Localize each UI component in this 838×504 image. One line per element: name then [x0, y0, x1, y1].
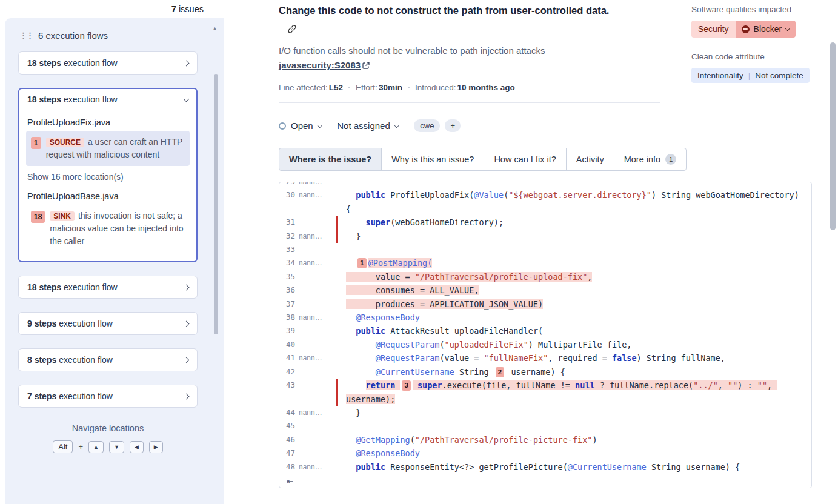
navigate-keys: Alt + ▲ ▼ ◀ ▶ [18, 440, 198, 453]
blame-author: nann… [299, 182, 333, 188]
line-number[interactable]: 32 [279, 230, 295, 243]
flow-card-1[interactable]: 18 steps execution flow [18, 51, 198, 75]
gutter-spacer [333, 188, 341, 216]
drag-handle-icon: ⋮⋮ [19, 31, 33, 40]
code-text: @ResponseBody [341, 446, 800, 460]
blame-author [299, 324, 333, 337]
tab-why-is-this-an-issue[interactable]: Why is this an issue? [381, 148, 484, 171]
flow-step-badge[interactable]: 3 [402, 380, 410, 391]
code-line-44: 44nann… } [279, 406, 811, 419]
line-number[interactable]: 30 [279, 188, 295, 216]
flow-card-3[interactable]: 18 steps execution flow [18, 276, 198, 299]
tag-cwe[interactable]: cwe [414, 119, 440, 132]
add-tag-button[interactable]: + [445, 119, 461, 132]
gutter-spacer [333, 338, 341, 351]
scroll-to-start-icon[interactable]: ⇤ [287, 477, 293, 486]
line-number[interactable]: 40 [279, 338, 295, 351]
issue-attributes-panel: Software qualities impacted Security Blo… [691, 5, 811, 83]
code-text [341, 182, 800, 188]
arrow-up-key[interactable]: ▲ [88, 441, 104, 453]
code-line-39: 39 public AttackResult uploadFileHandler… [279, 324, 811, 337]
arrow-left-key[interactable]: ◀ [130, 441, 144, 453]
code-line-40: 40 @RequestParam("uploadedFileFix") Mult… [279, 338, 811, 351]
flow-step-badge[interactable]: 2 [496, 367, 504, 377]
introduced: Introduced:10 months ago [415, 83, 515, 92]
external-link-icon [362, 59, 370, 73]
blame-author: nann… [299, 406, 333, 419]
code-text: @ResponseBody [341, 311, 800, 324]
line-number[interactable]: 41 [279, 351, 295, 365]
line-number[interactable]: 35 [279, 270, 295, 284]
dot-separator [408, 87, 410, 88]
line-number[interactable]: 47 [279, 446, 295, 460]
gutter-spacer [333, 324, 341, 337]
flow-card-4[interactable]: 9 steps execution flow [18, 312, 198, 335]
main-scrollbar-thumb[interactable] [830, 42, 836, 230]
gutter-spacer [333, 243, 341, 256]
gutter-spacer [333, 419, 341, 433]
severity-badge-blocker[interactable]: Blocker [736, 21, 796, 38]
tab-more-info[interactable]: More info1 [614, 148, 687, 171]
line-number[interactable]: 34 [279, 256, 295, 270]
code-line-41: 41nann… @RequestParam(value = "fullNameF… [279, 351, 811, 365]
code-text: @CurrentUsername String 2 username) { [341, 365, 800, 379]
line-number[interactable]: 48 [279, 460, 295, 474]
line-number[interactable]: 39 [279, 324, 295, 337]
blocker-icon [742, 25, 750, 33]
code-viewer: 29nann…30nann… public ProfileUploadFix(@… [279, 182, 812, 488]
arrow-down-key[interactable]: ▼ [109, 441, 124, 453]
alt-key[interactable]: Alt [53, 440, 73, 453]
tab-where-is-the-issue[interactable]: Where is the issue? [279, 148, 382, 171]
flow-card-2-header[interactable]: 18 steps execution flow [19, 89, 196, 110]
flow-card-6[interactable]: 7 steps execution flow [18, 385, 198, 408]
chevron-right-icon [184, 357, 190, 363]
show-more-locations-link[interactable]: Show 16 more location(s) [27, 172, 124, 182]
gutter-spacer [333, 433, 341, 446]
permalink-icon[interactable] [287, 24, 297, 36]
flow-card-5[interactable]: 8 steps execution flow [18, 348, 198, 371]
flow-step-badge[interactable]: 1 [357, 258, 366, 268]
code-line-38: 38nann… @ResponseBody [279, 311, 811, 324]
blame-author [299, 243, 333, 256]
assignee-dropdown[interactable]: Not assigned [337, 121, 398, 131]
dot-separator [348, 87, 350, 88]
line-number[interactable]: 29 [279, 182, 295, 188]
code-line-46: 46 @GetMapping("/PathTraversal/profile-p… [279, 433, 811, 446]
rule-link[interactable]: javasecurity:S2083 [279, 60, 370, 70]
code-text [341, 419, 800, 433]
code-text: return 3 super.execute(file, fullName !=… [341, 379, 800, 406]
status-row: Open Not assigned cwe + [279, 119, 838, 132]
attribute-label: Intentionality [697, 71, 743, 80]
line-number[interactable]: 42 [279, 365, 295, 379]
code-viewport: 29nann…30nann… public ProfileUploadFix(@… [279, 182, 811, 474]
line-number[interactable]: 33 [279, 243, 295, 256]
line-number[interactable]: 37 [279, 297, 295, 311]
chevron-right-icon [184, 320, 190, 327]
line-number[interactable]: 44 [279, 406, 295, 419]
tab-activity[interactable]: Activity [566, 148, 614, 171]
scroll-up-arrow-icon[interactable]: ▲ [212, 25, 218, 31]
flow-card-2-expanded: 18 steps execution flow ProfileUploadFix… [18, 88, 198, 262]
location-index-badge: 1 [31, 137, 41, 149]
location-index-badge: 18 [31, 211, 45, 223]
line-number[interactable]: 36 [279, 284, 295, 297]
code-line-37: 37 produces = APPLICATION_JSON_VALUE) [279, 297, 811, 311]
flow-card-label: 8 steps execution flow [27, 355, 113, 365]
line-number[interactable]: 31 [279, 216, 295, 229]
line-number[interactable]: 46 [279, 433, 295, 446]
line-number[interactable]: 38 [279, 311, 295, 324]
flow-location-source[interactable]: 1 SOURCE a user can craft an HTTP reques… [26, 131, 190, 166]
tab-how-can-i-fix-it[interactable]: How can I fix it? [484, 148, 566, 171]
issues-count: 7issues [171, 4, 204, 14]
flow-card-label: 18 steps execution flow [27, 282, 118, 292]
sidebar-scrollbar-thumb[interactable] [214, 74, 218, 334]
line-number[interactable]: 43 [279, 379, 295, 406]
arrow-right-key[interactable]: ▶ [149, 441, 163, 453]
gutter-spacer [333, 351, 341, 365]
location-text: SOURCE a user can craft an HTTP request … [46, 136, 185, 161]
status-dropdown[interactable]: Open [279, 121, 321, 131]
description-text: I/O function calls should not be vulnera… [279, 45, 545, 56]
blame-author: nann… [299, 230, 333, 243]
line-number[interactable]: 45 [279, 419, 295, 433]
flow-location-sink[interactable]: 18 SINK this invocation is not safe; a m… [26, 205, 190, 253]
